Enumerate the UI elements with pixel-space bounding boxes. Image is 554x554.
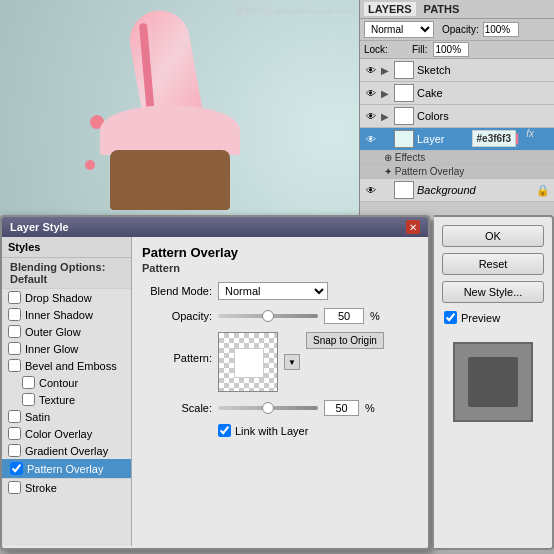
outer-glow-label: Outer Glow xyxy=(25,326,81,338)
thumb-colors xyxy=(394,107,414,125)
contour-checkbox[interactable] xyxy=(22,376,35,389)
scale-slider-track[interactable] xyxy=(218,406,318,410)
link-with-layer-checkbox[interactable] xyxy=(218,424,231,437)
eye-icon-cake[interactable]: 👁 xyxy=(364,86,378,100)
opacity-value-input[interactable] xyxy=(324,308,364,324)
pattern-dropdown-button[interactable]: ▼ xyxy=(284,354,300,370)
pattern-controls: ▼ xyxy=(218,332,300,392)
blending-options-item[interactable]: Blending Options: Default xyxy=(2,258,131,289)
thumb-layer xyxy=(394,130,414,148)
stroke-label: Stroke xyxy=(25,482,57,494)
inner-shadow-item[interactable]: Inner Shadow xyxy=(2,306,131,323)
stroke-item[interactable]: Stroke xyxy=(2,479,131,496)
inner-glow-label: Inner Glow xyxy=(25,343,78,355)
reset-button[interactable]: Reset xyxy=(442,253,544,275)
eye-icon-layer[interactable]: 👁 xyxy=(364,132,378,146)
preview-text: Preview xyxy=(461,312,500,324)
opacity-slider-track[interactable] xyxy=(218,314,318,318)
drop-shadow-item[interactable]: Drop Shadow xyxy=(2,289,131,306)
satin-label: Satin xyxy=(25,411,50,423)
gradient-overlay-item[interactable]: Gradient Overlay xyxy=(2,442,131,459)
contour-item[interactable]: Contour xyxy=(2,374,131,391)
stroke-checkbox[interactable] xyxy=(8,481,21,494)
preview-checkbox[interactable] xyxy=(444,311,457,324)
pattern-overlay-checkbox[interactable] xyxy=(10,462,23,475)
layer-effects-sub: ⊕ Effects xyxy=(360,151,554,165)
paths-tab[interactable]: PATHS xyxy=(420,2,464,16)
preview-inner xyxy=(468,357,518,407)
scale-value-input[interactable] xyxy=(324,400,359,416)
content-panel: Pattern Overlay Pattern Blend Mode: Norm… xyxy=(132,237,428,546)
eye-icon-sketch[interactable]: 👁 xyxy=(364,63,378,77)
dialog-title: Layer Style xyxy=(10,221,69,233)
styles-panel-title: Styles xyxy=(2,237,131,258)
eye-icon-colors[interactable]: 👁 xyxy=(364,109,378,123)
link-with-layer-label[interactable]: Link with Layer xyxy=(218,424,308,437)
eye-icon-bg[interactable]: 👁 xyxy=(364,183,378,197)
gradient-overlay-checkbox[interactable] xyxy=(8,444,21,457)
styles-panel: Styles Blending Options: Default Drop Sh… xyxy=(2,237,132,546)
ok-button[interactable]: OK xyxy=(442,225,544,247)
new-style-button[interactable]: New Style... xyxy=(442,281,544,303)
pattern-preview[interactable] xyxy=(218,332,278,392)
pattern-overlay-label: ✦ Pattern Overlay xyxy=(384,166,464,177)
scale-percent: % xyxy=(365,402,375,414)
lock-icon-bg: 🔒 xyxy=(536,184,550,197)
cake-frosting xyxy=(100,105,240,155)
scale-slider-thumb xyxy=(262,402,274,414)
content-subtitle: Pattern xyxy=(142,262,418,274)
layer-pattern-overlay-sub: ✦ Pattern Overlay xyxy=(360,165,554,179)
color-overlay-label: Color Overlay xyxy=(25,428,92,440)
photoshop-canvas: 素材中国 www.Missyuan.com LAYERS PATHS Norma… xyxy=(0,0,554,220)
bevel-emboss-checkbox[interactable] xyxy=(8,359,21,372)
color-overlay-checkbox[interactable] xyxy=(8,427,21,440)
hex-badge: #e3f6f3 xyxy=(472,130,516,147)
layers-tab[interactable]: LAYERS xyxy=(364,2,416,16)
lock-label: Lock: xyxy=(364,44,388,55)
cake-ball-3 xyxy=(85,160,95,170)
pattern-center-white xyxy=(234,348,264,378)
texture-item[interactable]: Texture xyxy=(2,391,131,408)
opacity-percent: % xyxy=(370,310,380,322)
layer-name-sketch: Sketch xyxy=(417,64,550,76)
fill-input[interactable] xyxy=(433,42,469,57)
contour-label: Contour xyxy=(39,377,78,389)
link-layer-row: Link with Layer xyxy=(142,424,418,437)
opacity-form-label: Opacity: xyxy=(142,310,212,322)
outer-glow-checkbox[interactable] xyxy=(8,325,21,338)
satin-checkbox[interactable] xyxy=(8,410,21,423)
blend-mode-select[interactable]: Normal xyxy=(364,21,434,38)
layer-item-sketch[interactable]: 👁 ▶ Sketch xyxy=(360,59,554,82)
bevel-emboss-item[interactable]: Bevel and Emboss xyxy=(2,357,131,374)
drop-shadow-checkbox[interactable] xyxy=(8,291,21,304)
pattern-overlay-item[interactable]: Pattern Overlay xyxy=(2,459,131,479)
blend-mode-form-row: Blend Mode: Normal Multiply Screen xyxy=(142,282,418,300)
blend-mode-form-select[interactable]: Normal Multiply Screen xyxy=(218,282,328,300)
layer-item-cake[interactable]: 👁 ▶ Cake xyxy=(360,82,554,105)
inner-glow-checkbox[interactable] xyxy=(8,342,21,355)
snap-to-origin-button[interactable]: Snap to Origin xyxy=(306,332,384,349)
content-title: Pattern Overlay xyxy=(142,245,418,260)
scale-form-label: Scale: xyxy=(142,402,212,414)
folder-icon-sketch: ▶ xyxy=(381,65,391,76)
color-overlay-item[interactable]: Color Overlay xyxy=(2,425,131,442)
preview-label[interactable]: Preview xyxy=(442,309,544,326)
thumb-sketch xyxy=(394,61,414,79)
dialog-body: Styles Blending Options: Default Drop Sh… xyxy=(2,237,428,546)
outer-glow-item[interactable]: Outer Glow xyxy=(2,323,131,340)
inner-shadow-checkbox[interactable] xyxy=(8,308,21,321)
pattern-overlay-text: Pattern Overlay xyxy=(27,463,103,475)
preview-box xyxy=(453,342,533,422)
layer-item-background[interactable]: 👁 Background 🔒 xyxy=(360,179,554,202)
layer-name-colors: Colors xyxy=(417,110,550,122)
satin-item[interactable]: Satin xyxy=(2,408,131,425)
texture-checkbox[interactable] xyxy=(22,393,35,406)
pattern-overlay-label-container: Pattern Overlay xyxy=(10,462,123,475)
dialog-close-button[interactable]: ✕ xyxy=(406,220,420,234)
inner-glow-item[interactable]: Inner Glow xyxy=(2,340,131,357)
gradient-overlay-label: Gradient Overlay xyxy=(25,445,108,457)
layer-item-layer[interactable]: 👁 Layer ◀ fx xyxy=(360,128,554,151)
blend-mode-form-label: Blend Mode: xyxy=(142,285,212,297)
layer-item-colors[interactable]: 👁 ▶ Colors xyxy=(360,105,554,128)
opacity-input[interactable] xyxy=(483,22,519,37)
